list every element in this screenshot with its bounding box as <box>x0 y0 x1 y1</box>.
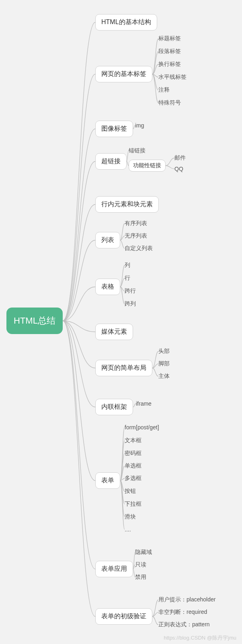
branch-3[interactable]: 超链接 <box>95 153 127 170</box>
leaf-10-8[interactable]: .... <box>125 526 131 533</box>
leaf-8-1[interactable]: 脚部 <box>158 360 170 367</box>
leaf-11-0[interactable]: 隐藏域 <box>135 549 152 556</box>
branch-0[interactable]: HTML的基本结构 <box>95 14 157 31</box>
leaf-11-1[interactable]: 只读 <box>135 561 146 568</box>
branch-12[interactable]: 表单的初级验证 <box>95 608 152 625</box>
branch-1[interactable]: 网页的基本标签 <box>95 66 152 82</box>
leaf-10-4[interactable]: 多选框 <box>125 475 142 482</box>
branch-10[interactable]: 表单 <box>95 472 120 489</box>
leaf-11-2[interactable]: 禁用 <box>135 574 146 581</box>
branch-8[interactable]: 网页的简单布局 <box>95 360 152 376</box>
leaf-10-3[interactable]: 单选框 <box>125 462 142 470</box>
leaf-1-0[interactable]: 标题标签 <box>158 35 181 42</box>
leaf-3-1-1[interactable]: QQ <box>174 166 183 172</box>
leaf-3-0[interactable]: 锚链接 <box>129 147 146 154</box>
leaf-10-2[interactable]: 密码框 <box>125 450 142 457</box>
leaf-6-2[interactable]: 跨行 <box>125 287 136 295</box>
leaf-8-0[interactable]: 头部 <box>158 348 170 355</box>
leaf-1-1[interactable]: 段落标签 <box>158 48 181 55</box>
leaf-6-0[interactable]: 列 <box>125 262 130 269</box>
leaf-10-0[interactable]: form[post/get] <box>125 424 159 431</box>
branch-2[interactable]: 图像标签 <box>95 121 133 137</box>
watermark: https://blog.CSDN @陈丹宇jmu <box>164 634 236 642</box>
leaf-1-5[interactable]: 特殊符号 <box>158 99 181 107</box>
branch-9[interactable]: 内联框架 <box>95 399 133 415</box>
leaf-12-0[interactable]: 用户提示：placeholder <box>158 596 215 603</box>
branch-4[interactable]: 行内元素和块元素 <box>95 196 159 213</box>
leaf-10-5[interactable]: 按钮 <box>125 488 136 495</box>
leaf-10-7[interactable]: 滑块 <box>125 513 136 521</box>
branch-6[interactable]: 表格 <box>95 279 120 295</box>
leaf-1-2[interactable]: 换行标签 <box>158 61 181 68</box>
leaf-1-4[interactable]: 注释 <box>158 86 170 94</box>
leaf-9-0[interactable]: iframe <box>136 400 152 407</box>
leaf-3-1-0[interactable]: 邮件 <box>174 154 186 162</box>
leaf-5-0[interactable]: 有序列表 <box>125 220 147 227</box>
leaf-5-1[interactable]: 无序列表 <box>125 232 147 240</box>
leaf-12-1[interactable]: 非空判断：required <box>158 609 207 616</box>
leaf-12-2[interactable]: 正则表达式：pattern <box>158 621 210 628</box>
leaf-5-2[interactable]: 自定义列表 <box>125 245 153 252</box>
leaf-2-0[interactable]: img <box>135 122 144 129</box>
branch-11[interactable]: 表单应用 <box>95 561 133 577</box>
subtopic-3[interactable]: 功能性链接 <box>129 160 166 172</box>
leaf-10-1[interactable]: 文本框 <box>125 437 142 444</box>
branch-5[interactable]: 列表 <box>95 232 120 248</box>
leaf-10-6[interactable]: 下拉框 <box>125 500 142 508</box>
leaf-6-1[interactable]: 行 <box>125 275 130 282</box>
mindmap-root[interactable]: HTML总结 <box>6 308 63 334</box>
leaf-1-3[interactable]: 水平线标签 <box>158 74 187 81</box>
branch-7[interactable]: 媒体元素 <box>95 324 133 340</box>
leaf-6-3[interactable]: 跨列 <box>125 300 136 308</box>
leaf-8-2[interactable]: 主体 <box>158 373 170 380</box>
